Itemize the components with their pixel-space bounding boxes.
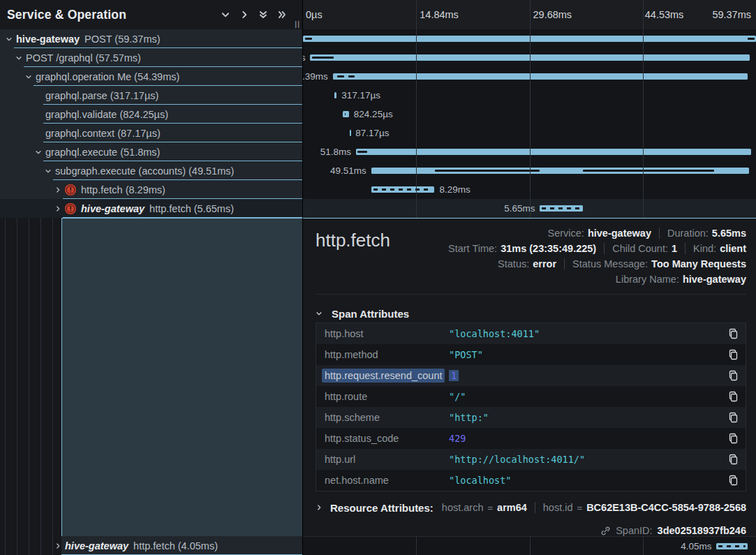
span-tree-row[interactable]: graphql.context (87.17µs) — [0, 124, 302, 142]
chevron-down-icon[interactable] — [25, 73, 36, 80]
attribute-value: 1 — [449, 370, 723, 381]
operation-label: graphql.validate (824.25µs) — [45, 109, 168, 120]
attribute-key: http.host — [325, 328, 449, 339]
operation-label: subgraph.execute (accounts) (49.51ms) — [55, 165, 234, 177]
attribute-value: "localhost" — [449, 475, 723, 486]
double-chevron-down-icon[interactable] — [258, 10, 268, 20]
span-meta-line: Service:hive-gatewayDuration:5.65ms — [548, 225, 747, 241]
operation-label: graphql.operation Me (54.39ms) — [36, 71, 179, 82]
span-tree-row[interactable]: graphql.operation Me (54.39ms) — [0, 67, 302, 86]
attribute-key: http.scheme — [325, 412, 449, 423]
span-tree-row[interactable]: hive-gatewayPOST (59.37ms) — [0, 29, 302, 48]
span-duration-bar[interactable] — [350, 130, 351, 136]
span-attributes-title: Span Attributes — [332, 308, 409, 320]
chevron-down-icon[interactable] — [35, 149, 45, 156]
timeline-and-detail-panel: 0µs14.84ms29.68ms44.53ms59.37ms 57.57ms5… — [303, 0, 756, 555]
meta-label: Library Name: — [616, 274, 679, 285]
operation-label: http.fetch (4.05ms) — [133, 540, 218, 552]
attribute-row: http.scheme"http:" — [316, 407, 746, 428]
span-duration-bar[interactable] — [716, 543, 747, 549]
copy-icon[interactable] — [723, 433, 739, 444]
link-icon[interactable] — [600, 526, 611, 536]
meta-label: Duration: — [667, 228, 709, 239]
child-span-mark — [348, 75, 355, 77]
chevron-down-icon[interactable] — [6, 36, 16, 43]
chevron-right-icon[interactable] — [239, 10, 249, 20]
divider — [564, 258, 565, 269]
chevron-down-icon[interactable] — [15, 54, 26, 61]
copy-icon[interactable] — [723, 349, 739, 360]
time-tick-label: 44.53ms — [645, 0, 684, 29]
child-span-mark — [305, 38, 312, 40]
error-icon: ! — [65, 203, 76, 214]
span-duration-bar[interactable] — [343, 111, 349, 117]
span-tree-row[interactable]: !http.fetch (8.29ms) — [0, 180, 302, 199]
timeline-area: 0µs14.84ms29.68ms44.53ms59.37ms 57.57ms5… — [303, 0, 756, 218]
copy-icon[interactable] — [723, 391, 739, 402]
attribute-key: http.method — [325, 349, 449, 360]
meta-label: Service: — [548, 228, 584, 239]
span-tree-row[interactable]: !hive-gatewayhttp.fetch (5.65ms) — [0, 199, 302, 218]
copy-icon[interactable] — [723, 370, 739, 381]
copy-icon[interactable] — [723, 454, 739, 465]
span-attributes-section-header[interactable]: Span Attributes — [316, 304, 746, 323]
span-tree-row[interactable]: subgraph.execute (accounts) (49.51ms) — [0, 161, 302, 180]
resource-attributes-row[interactable]: Resource Attributes: host.arch=arm64host… — [316, 498, 746, 517]
service-name: hive-gateway — [65, 540, 128, 552]
duration-label: 317.17µs — [341, 86, 380, 105]
span-duration-bar[interactable] — [540, 205, 583, 212]
tree-header-title: Service & Operation — [7, 8, 126, 22]
span-tree-bottom-row[interactable]: hive-gatewayhttp.fetch (4.05ms) — [0, 536, 302, 555]
attribute-row: http.status_code429 — [316, 428, 746, 449]
chevron-down-icon[interactable] — [221, 10, 230, 20]
child-span-mark — [312, 57, 334, 59]
span-duration-bar[interactable] — [333, 73, 748, 80]
span-detail-header: http.fetch Service:hive-gatewayDuration:… — [316, 225, 746, 295]
operation-label: http.fetch (5.65ms) — [149, 203, 234, 214]
time-tick-label: 29.68ms — [533, 0, 572, 29]
copy-icon[interactable] — [723, 475, 739, 486]
span-id-label: SpanID: — [616, 525, 652, 536]
double-chevron-right-icon[interactable] — [277, 10, 287, 20]
meta-label: Start Time: — [448, 243, 497, 254]
operation-label: graphql.parse (317.17µs) — [45, 90, 158, 101]
copy-icon[interactable] — [723, 412, 739, 423]
attribute-value: "localhost:4011" — [449, 328, 723, 339]
attribute-value: 429 — [449, 433, 723, 444]
gridline — [530, 0, 531, 218]
attribute-row: http.url"http://localhost:4011/" — [316, 449, 746, 470]
divider — [604, 243, 605, 254]
span-duration-bar[interactable] — [356, 149, 751, 155]
attribute-key: http.route — [325, 391, 449, 402]
span-tree-row[interactable]: graphql.parse (317.17µs) — [0, 86, 302, 105]
panel-resize-handle[interactable]: || — [295, 20, 300, 28]
attribute-row: http.request.resend_count1 — [316, 365, 746, 386]
attribute-key: http.url — [325, 454, 449, 465]
span-tree-row[interactable]: graphql.execute (51.8ms) — [0, 142, 302, 161]
span-duration-bar[interactable] — [334, 92, 336, 98]
meta-value: Too Many Requests — [651, 258, 746, 269]
span-duration-bar[interactable] — [371, 186, 435, 193]
copy-icon[interactable] — [723, 328, 739, 339]
meta-value: client — [720, 243, 746, 254]
duration-label: 54.39ms — [303, 67, 328, 86]
divider — [535, 502, 535, 513]
operation-label: POST /graphql (57.57ms) — [26, 52, 141, 64]
chevron-right-icon[interactable] — [54, 186, 65, 193]
span-duration-bar[interactable] — [371, 168, 749, 174]
attribute-key: http.status_code — [325, 433, 449, 444]
meta-value: error — [533, 258, 556, 269]
tree-header: Service & Operation || — [0, 0, 302, 29]
child-span-mark — [345, 113, 346, 115]
child-span-mark — [337, 75, 344, 77]
duration-label: 824.25µs — [354, 105, 393, 124]
timeline-row: 4.05ms — [303, 537, 756, 555]
meta-label: Status Message: — [572, 258, 648, 269]
child-span-mark — [583, 170, 714, 172]
chevron-right-icon[interactable] — [54, 205, 65, 212]
span-tree-row[interactable]: POST /graphql (57.57ms) — [0, 48, 302, 67]
equals-sign: = — [487, 503, 493, 513]
span-tree-row[interactable]: graphql.validate (824.25µs) — [0, 105, 302, 124]
chevron-down-icon[interactable] — [45, 168, 55, 175]
chevron-right-icon[interactable] — [54, 542, 65, 549]
